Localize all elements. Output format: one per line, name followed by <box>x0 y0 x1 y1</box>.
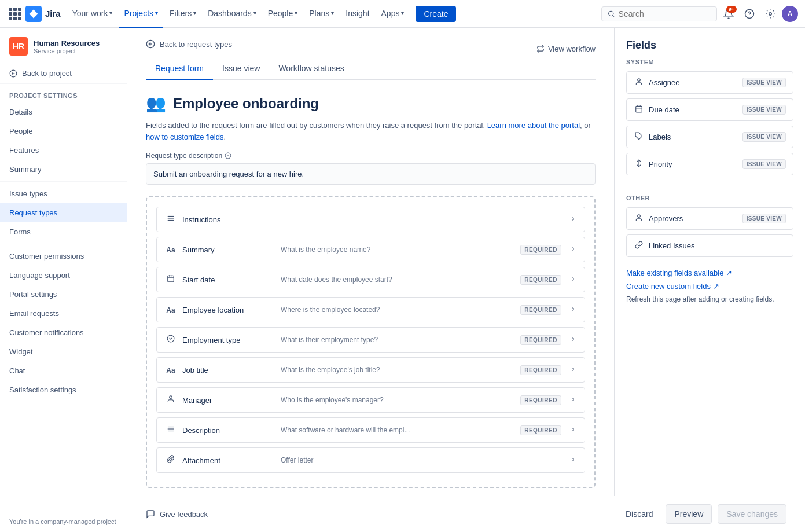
nav-your-work[interactable]: Your work ▾ <box>68 0 117 28</box>
sidebar-item-features[interactable]: Features <box>0 141 127 160</box>
sidebar-divider <box>0 181 127 182</box>
right-panel: Fields System Assignee ISSUE VIEW Due da… <box>614 28 805 496</box>
sidebar-item-customer-notifications[interactable]: Customer notifications <box>0 323 127 342</box>
rp-field-left: Due date <box>634 105 679 115</box>
req-desc-input[interactable] <box>146 163 596 185</box>
sidebar-item-forms[interactable]: Forms <box>0 222 127 241</box>
sidebar-item-language-support[interactable]: Language support <box>0 266 127 285</box>
rp-field-priority[interactable]: Priority ISSUE VIEW <box>626 153 793 175</box>
nav-filters[interactable]: Filters ▾ <box>165 0 201 28</box>
rp-field-approvers[interactable]: Approvers ISSUE VIEW <box>626 207 793 230</box>
make-fields-available-link[interactable]: Make existing fields available ↗ <box>626 269 793 277</box>
tab-issue-view[interactable]: Issue view <box>213 58 269 80</box>
nav-people[interactable]: People ▾ <box>263 0 303 28</box>
field-row-attachment[interactable]: AttachmentOffer letter <box>156 447 585 473</box>
sidebar: HR Human Resources Service project Back … <box>0 28 127 532</box>
rp-other-label: Other <box>626 195 793 201</box>
field-row-employment-type[interactable]: Employment typeWhat is their employment … <box>156 327 585 353</box>
tab-request-form[interactable]: Request form <box>146 58 213 80</box>
field-chevron-icon <box>569 456 576 465</box>
feedback-icon <box>146 509 155 519</box>
required-badge: REQUIRED <box>520 365 561 375</box>
nav-dashboards[interactable]: Dashboards ▾ <box>203 0 261 28</box>
rp-field-labels[interactable]: Labels ISSUE VIEW <box>626 126 793 148</box>
required-badge: REQUIRED <box>520 245 561 255</box>
back-to-project-link[interactable]: Back to project <box>0 63 127 84</box>
rp-field-due-date[interactable]: Due date ISSUE VIEW <box>626 98 793 121</box>
sidebar-item-customer-permissions[interactable]: Customer permissions <box>0 247 127 266</box>
sidebar-item-details[interactable]: Details <box>0 102 127 122</box>
preview-button[interactable]: Preview <box>666 504 712 524</box>
customize-fields-link[interactable]: how to customize fields <box>146 133 223 141</box>
create-button[interactable]: Create <box>416 6 456 22</box>
rp-other-fields: Approvers ISSUE VIEW Linked Issues <box>626 207 793 257</box>
field-row-employee-location[interactable]: AaEmployee locationWhere is the employee… <box>156 297 585 322</box>
back-to-request-types-link[interactable]: Back to request types <box>146 39 232 49</box>
tab-workflow-statuses[interactable]: Workflow statuses <box>269 58 353 80</box>
sidebar-items: DetailsPeopleFeaturesSummaryIssue typesR… <box>0 102 127 399</box>
help-button[interactable] <box>740 5 759 23</box>
save-changes-button[interactable]: Save changes <box>718 504 786 524</box>
field-name: Attachment <box>182 456 275 465</box>
sidebar-item-issue-types[interactable]: Issue types <box>0 184 127 203</box>
apps-menu-button[interactable] <box>7 6 23 22</box>
notification-badge: 9+ <box>726 6 737 13</box>
sidebar-item-portal-settings[interactable]: Portal settings <box>0 285 127 304</box>
field-hint: Who is the employee's manager? <box>281 396 514 404</box>
rp-field-icon <box>634 159 644 169</box>
field-row-description[interactable]: DescriptionWhat software or hardware wil… <box>156 417 585 443</box>
field-row-job-title[interactable]: AaJob titleWhat is the employee's job ti… <box>156 357 585 383</box>
field-chevron-icon <box>569 215 576 224</box>
nav-insight[interactable]: Insight <box>341 0 374 28</box>
field-hint: What software or hardware will the empl.… <box>281 426 514 434</box>
field-icon-start-date <box>165 274 177 285</box>
svg-point-4 <box>769 12 772 15</box>
nav-plans[interactable]: Plans ▾ <box>304 0 339 28</box>
nav-left: Jira Your work ▾ Projects ▾ Filters ▾ Da… <box>7 0 456 28</box>
rp-field-name: Due date <box>649 105 679 114</box>
required-badge: REQUIRED <box>520 275 561 285</box>
create-custom-fields-link[interactable]: Create new custom fields ↗ <box>626 282 793 291</box>
rp-field-linked-issues[interactable]: Linked Issues <box>626 234 793 257</box>
search-input[interactable] <box>619 9 711 19</box>
rp-issue-view-badge: ISSUE VIEW <box>742 132 786 142</box>
required-badge: REQUIRED <box>520 335 561 345</box>
field-icon-summary: Aa <box>165 244 177 255</box>
learn-more-link[interactable]: Learn more about the portal <box>487 121 580 130</box>
search-box[interactable] <box>601 6 717 21</box>
field-row-summary[interactable]: AaSummaryWhat is the employee name?REQUI… <box>156 237 585 262</box>
settings-button[interactable] <box>761 5 780 23</box>
field-chevron-icon <box>569 276 576 284</box>
svg-rect-25 <box>636 106 642 112</box>
view-workflow-button[interactable]: View workflow <box>536 45 596 53</box>
nav-apps[interactable]: Apps ▾ <box>377 0 409 28</box>
jira-logo[interactable]: Jira <box>25 6 61 22</box>
field-row-instructions[interactable]: Instructions <box>156 207 585 232</box>
sidebar-item-request-types[interactable]: Request types <box>0 203 127 222</box>
discard-button[interactable]: Discard <box>619 505 660 523</box>
field-row-manager[interactable]: ManagerWho is the employee's manager?REQ… <box>156 387 585 413</box>
sidebar-item-email-requests[interactable]: Email requests <box>0 304 127 323</box>
give-feedback-button[interactable]: Give feedback <box>146 509 208 519</box>
svg-point-24 <box>638 79 641 82</box>
field-chevron-icon <box>569 396 576 405</box>
project-name: Human Resources <box>34 39 100 47</box>
rp-field-name: Labels <box>649 133 671 141</box>
nav-projects[interactable]: Projects ▾ <box>119 0 163 28</box>
sidebar-item-satisfaction-settings[interactable]: Satisfaction settings <box>0 380 127 399</box>
sidebar-item-summary[interactable]: Summary <box>0 160 127 179</box>
field-name: Job title <box>182 366 275 375</box>
field-hint: What date does the employee start? <box>281 276 514 284</box>
field-hint: What is the employee name? <box>281 245 514 254</box>
sidebar-item-widget[interactable]: Widget <box>0 342 127 361</box>
sidebar-item-chat[interactable]: Chat <box>0 361 127 380</box>
field-row-start-date[interactable]: Start dateWhat date does the employee st… <box>156 267 585 292</box>
rp-field-assignee[interactable]: Assignee ISSUE VIEW <box>626 71 793 94</box>
rp-field-name: Priority <box>649 160 672 168</box>
svg-point-31 <box>638 215 641 218</box>
sidebar-item-people[interactable]: People <box>0 122 127 141</box>
field-chevron-icon <box>569 306 576 314</box>
user-avatar[interactable]: A <box>782 6 798 22</box>
notifications-button[interactable]: 9+ <box>719 5 738 23</box>
field-icon-employee-location: Aa <box>165 304 177 315</box>
